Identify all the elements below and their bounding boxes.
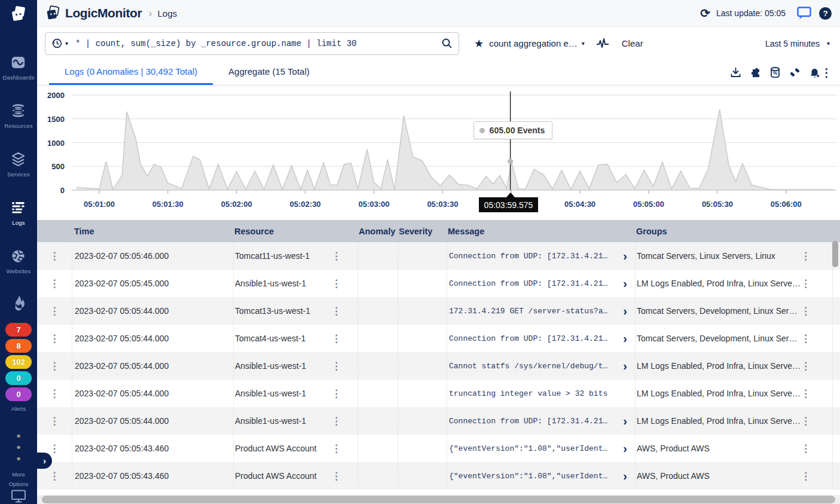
sidebar-item-resources[interactable]: Resources <box>4 103 32 129</box>
column-header-message[interactable]: Message <box>447 227 635 236</box>
groups-menu-kebab-icon[interactable]: ⋮ <box>801 471 811 481</box>
row-menu-kebab-icon[interactable]: ⋮ <box>50 361 60 371</box>
saved-query-name[interactable]: count aggregation e… <box>489 38 578 48</box>
column-header-resource[interactable]: Resource <box>233 227 358 236</box>
remote-monitor-icon[interactable] <box>11 489 26 503</box>
tab-aggregate[interactable]: Aggregate (15 Total) <box>213 60 325 85</box>
query-history-caret-icon[interactable]: ▾ <box>65 40 68 47</box>
logicmonitor-logo-icon[interactable] <box>45 5 61 22</box>
expand-row-chevron-icon[interactable]: › <box>623 414 627 428</box>
anomaly-waveform-icon[interactable] <box>596 38 609 49</box>
download-icon[interactable] <box>729 66 742 79</box>
alert-badge[interactable]: 7 <box>5 323 32 337</box>
cell-filler <box>832 462 840 490</box>
resource-menu-kebab-icon[interactable]: ⋮ <box>331 361 341 371</box>
resource-menu-kebab-icon[interactable]: ⋮ <box>331 471 341 481</box>
expand-row-chevron-icon[interactable]: › <box>623 359 627 373</box>
table-row[interactable]: ⋮2023-02-07 05:05:45.000Ansible1-us-west… <box>37 270 840 297</box>
column-header-anomaly[interactable]: Anomaly <box>358 227 398 236</box>
row-menu-kebab-icon[interactable]: ⋮ <box>50 334 60 344</box>
events-chart[interactable]: 05:01:0005:01:3005:02:0005:02:3005:03:00… <box>37 85 840 220</box>
cell-groups: LM Logs Enabled, Prod Infra, Linux Serve… <box>637 279 801 288</box>
row-menu-kebab-icon[interactable]: ⋮ <box>50 389 60 399</box>
table-row[interactable]: ⋮2023-02-07 05:05:44.000Tomcat4-us-west-… <box>37 325 840 352</box>
clear-button[interactable]: Clear <box>622 38 643 48</box>
logicmonitor-logo-icon[interactable] <box>10 5 28 25</box>
row-menu-kebab-icon[interactable]: ⋮ <box>50 279 60 289</box>
table-row[interactable]: ⋮2023-02-07 05:05:46.000Tomcat11-us-west… <box>37 242 840 270</box>
sidebar-item-label: Dashboards <box>2 74 34 81</box>
resource-menu-kebab-icon[interactable]: ⋮ <box>331 444 341 454</box>
refresh-icon[interactable]: ⟳ <box>700 6 710 20</box>
groups-menu-kebab-icon[interactable]: ⋮ <box>801 334 811 344</box>
table-row[interactable]: ⋮2023-02-07 05:05:44.000Tomcat13-us-west… <box>37 297 840 325</box>
time-range-select[interactable]: Last 5 minutes ▾ <box>765 39 830 48</box>
sidebar-item-websites[interactable]: Websites <box>7 248 31 274</box>
resource-menu-kebab-icon[interactable]: ⋮ <box>331 251 341 261</box>
table-row[interactable]: ⋮2023-02-07 05:05:43.460Product AWS Acco… <box>37 435 840 462</box>
row-menu-kebab-icon[interactable]: ⋮ <box>50 306 60 316</box>
horizontal-scrollbar-thumb[interactable] <box>42 496 835 503</box>
saved-query-star-icon[interactable]: ★ <box>474 37 484 50</box>
table-row[interactable]: ⋮2023-02-07 05:05:43.460Product AWS Acco… <box>37 462 840 490</box>
chart-canvas[interactable]: 05:01:0005:01:3005:02:0005:02:3005:03:00… <box>37 85 840 220</box>
sidebar-item-dashboards[interactable]: Dashboards <box>2 54 34 81</box>
expand-row-chevron-icon[interactable]: › <box>623 332 627 346</box>
groups-menu-kebab-icon[interactable]: ⋮ <box>801 389 811 399</box>
plugin-puzzle-icon[interactable] <box>749 66 762 79</box>
sidebar-item-services[interactable]: Services <box>7 151 30 178</box>
expand-row-chevron-icon[interactable]: › <box>623 277 627 291</box>
expand-row-chevron-icon[interactable]: › <box>623 304 627 318</box>
expand-row-chevron-icon[interactable]: › <box>623 442 627 456</box>
groups-menu-kebab-icon[interactable]: ⋮ <box>801 251 811 261</box>
resource-menu-kebab-icon[interactable]: ⋮ <box>331 306 341 316</box>
table-row[interactable]: ⋮2023-02-07 05:05:44.000Ansible1-us-west… <box>37 407 840 435</box>
alerts-flame-icon[interactable] <box>10 294 28 313</box>
row-menu-kebab-icon[interactable]: ⋮ <box>50 251 60 261</box>
svg-text:2000: 2000 <box>47 91 65 100</box>
alert-badge[interactable]: 102 <box>5 355 32 369</box>
alert-badge[interactable]: 0 <box>5 371 32 385</box>
pipeline-icon[interactable] <box>789 66 801 79</box>
chat-icon[interactable] <box>796 6 812 20</box>
usage-database-icon[interactable]: % <box>769 66 781 79</box>
vertical-scrollbar-thumb[interactable] <box>832 241 838 267</box>
groups-menu-kebab-icon[interactable]: ⋮ <box>801 416 811 426</box>
row-menu-kebab-icon[interactable]: ⋮ <box>50 444 60 454</box>
column-header-time[interactable]: Time <box>72 227 233 236</box>
cell-groups: AWS, Product AWS <box>637 444 710 453</box>
cell-groups: LM Logs Enabled, Prod Infra, Linux Serve… <box>637 361 801 371</box>
resource-menu-kebab-icon[interactable]: ⋮ <box>331 389 341 399</box>
alert-badge[interactable]: 8 <box>5 339 32 353</box>
alert-badge[interactable]: 0 <box>5 387 32 401</box>
tab-logs[interactable]: Logs (0 Anomalies | 30,492 Total) <box>49 60 213 85</box>
expand-row-chevron-icon[interactable]: › <box>623 249 627 263</box>
query-text[interactable]: * | count, sum(_size) by _resource.group… <box>75 39 441 48</box>
sidebar-item-logs[interactable]: Logs <box>10 200 26 226</box>
table-menu-kebab-icon[interactable]: ⋮ <box>821 66 832 80</box>
more-options-button[interactable]: ••• More Options <box>2 430 35 489</box>
column-header-severity[interactable]: Severity <box>398 227 447 236</box>
table-row[interactable]: ⋮2023-02-07 05:05:44.000Ansible1-us-west… <box>37 352 840 380</box>
row-menu-kebab-icon[interactable]: ⋮ <box>50 471 60 481</box>
row-menu-kebab-icon[interactable]: ⋮ <box>50 416 60 426</box>
saved-query-caret-icon[interactable]: ▾ <box>582 40 585 47</box>
cell-time: 2023-02-07 05:05:44.000 <box>72 325 233 352</box>
search-icon[interactable] <box>441 38 453 49</box>
cell-anomaly <box>358 435 398 462</box>
groups-menu-kebab-icon[interactable]: ⋮ <box>801 306 811 316</box>
groups-menu-kebab-icon[interactable]: ⋮ <box>801 444 811 454</box>
resource-menu-kebab-icon[interactable]: ⋮ <box>331 279 341 289</box>
groups-menu-kebab-icon[interactable]: ⋮ <box>801 361 811 371</box>
resource-menu-kebab-icon[interactable]: ⋮ <box>331 334 341 344</box>
expand-row-chevron-icon[interactable]: › <box>623 469 627 483</box>
table-row[interactable]: ⋮2023-02-07 05:05:44.000Ansible1-us-west… <box>37 380 840 407</box>
query-input[interactable]: ▾ * | count, sum(_size) by _resource.gro… <box>45 32 459 55</box>
help-icon[interactable]: ? <box>819 7 832 20</box>
column-header-groups[interactable]: Groups <box>635 227 832 236</box>
resource-menu-kebab-icon[interactable]: ⋮ <box>331 416 341 426</box>
query-history-icon[interactable] <box>51 38 63 49</box>
groups-menu-kebab-icon[interactable]: ⋮ <box>801 279 811 289</box>
cell-filler <box>832 270 840 297</box>
alert-settings-bell-icon[interactable] <box>808 66 821 79</box>
